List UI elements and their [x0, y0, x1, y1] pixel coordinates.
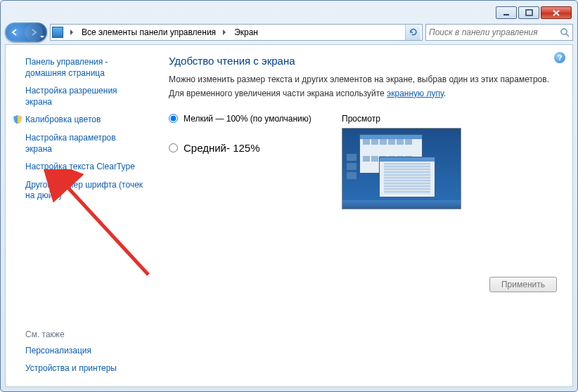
scale-options: Мелкий — 100% (по умолчанию) Средний- 12… — [169, 114, 557, 209]
control-panel-window: Все элементы панели управления Экран Пан… — [0, 0, 578, 392]
sidebar-calibrate[interactable]: Калибровка цветов — [13, 111, 146, 129]
shield-icon — [13, 115, 23, 124]
address-bar[interactable]: Все элементы панели управления Экран — [50, 24, 423, 41]
apply-button[interactable]: Применить — [489, 277, 557, 292]
search-input[interactable] — [429, 27, 560, 37]
sidebar: Панель управления - домашняя страница На… — [6, 45, 153, 386]
breadcrumb-item[interactable]: Экран — [234, 27, 258, 37]
preview-column: Просмотр — [342, 114, 461, 209]
breadcrumb-item[interactable]: Все элементы панели управления — [82, 27, 216, 37]
sidebar-personalization[interactable]: Персонализация — [13, 342, 146, 360]
chevron-right-icon — [70, 30, 76, 35]
page-title: Удобство чтения с экрана — [169, 55, 557, 67]
content-area: Панель управления - домашняя страница На… — [5, 44, 573, 387]
sidebar-params[interactable]: Настройка параметров экрана — [13, 129, 146, 158]
preview-thumbnail — [342, 128, 461, 209]
close-icon — [552, 9, 560, 17]
sidebar-dpi[interactable]: Другой размер шрифта (точек на дюйм) — [13, 176, 146, 205]
sidebar-item-label: Калибровка цветов — [25, 115, 101, 124]
back-button[interactable] — [6, 23, 24, 41]
chevron-right-icon — [223, 30, 229, 35]
forward-button[interactable] — [25, 23, 43, 41]
search-icon — [560, 27, 570, 37]
see-also-label: См. также — [13, 327, 146, 342]
nav-back-forward[interactable] — [5, 22, 47, 42]
description-line: Можно изменить размер текста и других эл… — [169, 74, 557, 86]
svg-rect-1 — [526, 10, 532, 15]
maximize-icon — [525, 9, 533, 17]
radio-medium[interactable] — [169, 143, 178, 152]
navigation-row: Все элементы панели управления Экран — [5, 22, 573, 43]
magnifier-link[interactable]: экранную лупу — [387, 89, 444, 98]
radio-small-label: Мелкий — 100% (по умолчанию) — [184, 114, 312, 124]
radio-medium-row[interactable]: Средний- 125% — [169, 142, 330, 154]
sidebar-cleartype[interactable]: Настройка текста ClearType — [13, 158, 146, 176]
radio-small-row[interactable]: Мелкий — 100% (по умолчанию) — [169, 114, 330, 124]
main-panel: ? Удобство чтения с экрана Можно изменит… — [153, 45, 572, 386]
preview-label: Просмотр — [342, 114, 461, 124]
radio-small[interactable] — [169, 114, 178, 123]
radio-medium-label: Средний- 125% — [184, 142, 260, 154]
close-button[interactable] — [541, 6, 572, 19]
apply-row: Применить — [489, 277, 557, 292]
maximize-button[interactable] — [518, 6, 539, 19]
minimize-button[interactable] — [496, 6, 517, 19]
sidebar-home[interactable]: Панель управления - домашняя страница — [13, 53, 146, 82]
svg-point-2 — [561, 29, 567, 34]
refresh-icon — [409, 27, 418, 37]
svg-line-3 — [566, 34, 569, 37]
control-panel-icon — [52, 27, 63, 38]
search-box[interactable] — [425, 24, 573, 41]
arrow-left-icon — [10, 27, 20, 37]
refresh-button[interactable] — [405, 25, 420, 40]
sidebar-resolution[interactable]: Настройка разрешения экрана — [13, 82, 146, 111]
arrow-right-icon — [29, 27, 39, 37]
titlebar — [5, 5, 573, 20]
sidebar-devices[interactable]: Устройства и принтеры — [13, 360, 146, 378]
help-icon[interactable]: ? — [554, 52, 565, 63]
description-line: Для временного увеличения части экрана и… — [169, 88, 557, 100]
svg-rect-0 — [503, 14, 509, 15]
minimize-icon — [503, 9, 510, 17]
